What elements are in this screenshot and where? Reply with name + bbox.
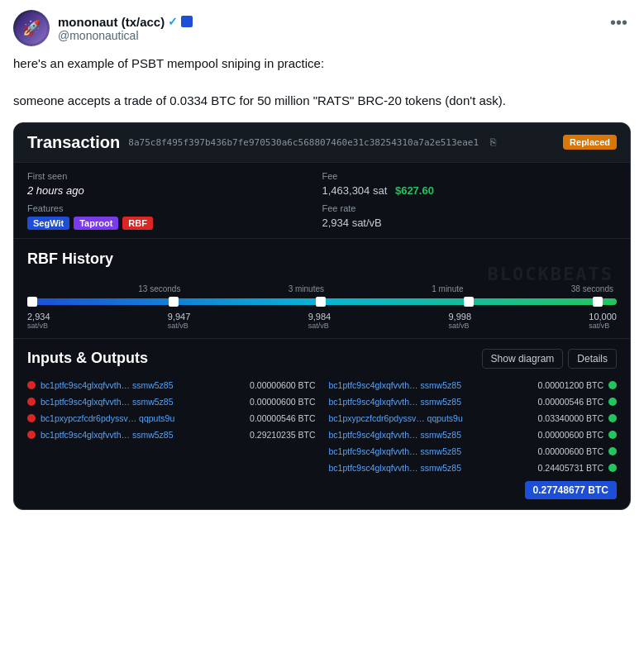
first-seen-row: First seen 2 hours ago (27, 171, 322, 197)
input-dot-1 (27, 398, 36, 406)
replaced-badge: Replaced (563, 135, 617, 150)
output-row-4: bc1ptfc9sc4glxqfvvth… ssmw5z85 0.0000060… (329, 445, 618, 458)
timeline-value-1: 9,947 sat/vB (168, 312, 191, 330)
blue-square-icon (181, 16, 193, 27)
output-dot-3 (608, 431, 617, 439)
avatar[interactable]: 🚀 (13, 10, 50, 46)
details-button[interactable]: Details (568, 349, 617, 369)
timeline-dot-3 (464, 297, 474, 307)
timeline-value-3: 9,998 sat/vB (448, 312, 471, 330)
timeline-label-4: 38 seconds (571, 284, 613, 293)
timeline-value-2: 9,984 sat/vB (308, 312, 332, 330)
timeline-labels: 13 seconds 3 minutes 1 minute 38 seconds (27, 284, 617, 293)
input-row-1: bc1ptfc9sc4glxqfvvth… ssmw5z85 0.0000060… (27, 395, 316, 408)
timeline-value-4: 10,000 sat/vB (589, 312, 617, 330)
tx-hash: 8a75c8f495f397b436b7fe970530a6c568807460… (128, 137, 479, 148)
copy-icon[interactable]: ⎘ (490, 136, 496, 148)
fee-rate-label: Fee rate (322, 203, 618, 213)
tx-title: Transaction (27, 133, 120, 152)
io-table: bc1ptfc9sc4glxqfvvth… ssmw5z85 0.0000060… (27, 379, 617, 474)
tweet-body: here's an example of PSBT mempool snipin… (13, 55, 631, 111)
timeline-value-0: 2,934 sat/vB (27, 312, 50, 330)
more-options-button[interactable]: ••• (607, 10, 631, 36)
output-addr-3: bc1ptfc9sc4glxqfvvth… ssmw5z85 (329, 430, 533, 440)
output-dot-2 (608, 414, 617, 422)
output-row-2: bc1pxypczfcdr6pdyssv… qqputs9u 0.0334000… (329, 412, 618, 425)
input-amount-1: 0.00000600 BTC (250, 397, 315, 407)
input-dot-3 (27, 431, 36, 439)
tweet-line1: here's an example of PSBT mempool snipin… (13, 55, 631, 74)
input-dot-2 (27, 414, 36, 422)
output-addr-5: bc1ptfc9sc4glxqfvvth… ssmw5z85 (329, 463, 533, 473)
output-amount-4: 0.00000600 BTC (538, 446, 603, 456)
io-header: Inputs & Outputs Show diagram Details (27, 349, 617, 369)
transaction-card: Transaction 8a75c8f495f397b436b7fe970530… (13, 122, 631, 510)
output-addr-1: bc1ptfc9sc4glxqfvvth… ssmw5z85 (329, 397, 533, 407)
output-addr-2: bc1pxypczfcdr6pdyssv… qqputs9u (329, 413, 533, 423)
output-row-1: bc1ptfc9sc4glxqfvvth… ssmw5z85 0.0000054… (329, 395, 618, 408)
output-dot-5 (608, 464, 617, 472)
io-buttons: Show diagram Details (482, 349, 617, 369)
output-addr-4: bc1ptfc9sc4glxqfvvth… ssmw5z85 (329, 446, 533, 456)
tx-info-grid: First seen 2 hours ago Fee 1,463,304 sat… (14, 163, 630, 239)
fee-value: 1,463,304 sat $627.60 (322, 184, 618, 197)
feature-tags: SegWit Taproot RBF (27, 217, 322, 230)
io-total-row: 0.27748677 BTC (27, 481, 617, 499)
tweet-header: 🚀 mononaut (tx/acc) ✓ @mononautical ••• (13, 10, 631, 46)
timeline-values: 2,934 sat/vB 9,947 sat/vB 9,984 sat/vB 9… (27, 312, 617, 330)
output-amount-5: 0.24405731 BTC (538, 463, 603, 473)
fee-rate-row: Fee rate 2,934 sat/vB (322, 203, 618, 230)
verified-icon: ✓ (168, 15, 178, 28)
input-addr-3: bc1ptfc9sc4glxqfvvth… ssmw5z85 (41, 430, 245, 440)
input-amount-3: 0.29210235 BTC (250, 430, 315, 440)
tag-rbf: RBF (122, 217, 153, 230)
output-row-0: bc1ptfc9sc4glxqfvvth… ssmw5z85 0.0000120… (329, 379, 618, 392)
tx-header: Transaction 8a75c8f495f397b436b7fe970530… (14, 123, 630, 163)
timeline-track (27, 298, 617, 305)
features-label: Features (27, 203, 322, 213)
user-info: mononaut (tx/acc) ✓ @mononautical (58, 15, 193, 42)
input-amount-0: 0.00000600 BTC (250, 380, 315, 390)
input-dot-0 (27, 381, 36, 389)
output-row-3: bc1ptfc9sc4glxqfvvth… ssmw5z85 0.0000060… (329, 428, 618, 441)
tag-segwit: SegWit (27, 217, 69, 230)
output-dot-0 (608, 381, 617, 389)
input-addr-2: bc1pxypczfcdr6pdyssv… qqputs9u (41, 413, 245, 423)
show-diagram-button[interactable]: Show diagram (482, 349, 564, 369)
timeline-label-2: 3 minutes (289, 284, 324, 293)
input-amount-2: 0.00000546 BTC (250, 413, 315, 423)
outputs-column: bc1ptfc9sc4glxqfvvth… ssmw5z85 0.0000120… (329, 379, 618, 474)
timeline-label-3: 1 minute (432, 284, 463, 293)
io-title: Inputs & Outputs (27, 350, 148, 367)
timeline-dot-2 (316, 297, 326, 307)
io-total-badge: 0.27748677 BTC (525, 481, 617, 499)
timeline-label-1: 13 seconds (138, 284, 180, 293)
output-amount-2: 0.03340000 BTC (538, 413, 603, 423)
io-section: Inputs & Outputs Show diagram Details bc… (14, 339, 630, 509)
output-amount-0: 0.00001200 BTC (538, 380, 603, 390)
input-addr-1: bc1ptfc9sc4glxqfvvth… ssmw5z85 (41, 397, 245, 407)
output-addr-0: bc1ptfc9sc4glxqfvvth… ssmw5z85 (329, 380, 533, 390)
rbf-section: RBF History BLOCKBEATS 13 seconds 3 minu… (14, 239, 630, 339)
tweet-line2: someone accepts a trade of 0.0334 BTC fo… (13, 92, 631, 111)
username: @mononautical (58, 29, 193, 42)
input-row-3: bc1ptfc9sc4glxqfvvth… ssmw5z85 0.2921023… (27, 428, 316, 441)
features-row: Features SegWit Taproot RBF (27, 203, 322, 230)
watermark: BLOCKBEATS (488, 264, 613, 284)
inputs-column: bc1ptfc9sc4glxqfvvth… ssmw5z85 0.0000060… (27, 379, 316, 474)
tag-taproot: Taproot (74, 217, 118, 230)
timeline-dot-4 (593, 297, 603, 307)
fee-row: Fee 1,463,304 sat $627.60 (322, 171, 618, 197)
fee-rate-value: 2,934 sat/vB (322, 217, 618, 229)
display-name: mononaut (tx/acc) ✓ (58, 15, 193, 29)
input-addr-0: bc1ptfc9sc4glxqfvvth… ssmw5z85 (41, 380, 245, 390)
fee-usd: $627.60 (395, 184, 434, 197)
timeline-dot-0 (27, 297, 37, 307)
input-row-0: bc1ptfc9sc4glxqfvvth… ssmw5z85 0.0000060… (27, 379, 316, 392)
output-amount-3: 0.00000600 BTC (538, 430, 603, 440)
output-dot-4 (608, 447, 617, 455)
output-dot-1 (608, 398, 617, 406)
input-row-2: bc1pxypczfcdr6pdyssv… qqputs9u 0.0000054… (27, 412, 316, 425)
first-seen-label: First seen (27, 171, 322, 181)
first-seen-value: 2 hours ago (27, 184, 322, 197)
